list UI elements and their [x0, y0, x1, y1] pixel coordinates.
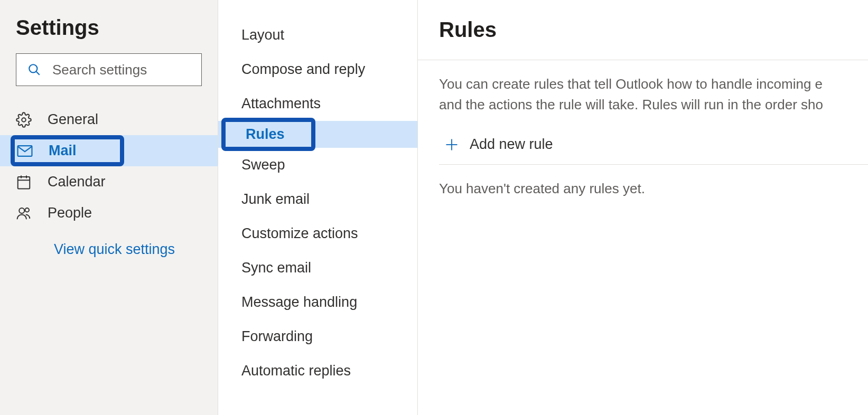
rules-title: Rules: [439, 18, 868, 42]
gear-icon: [16, 112, 35, 128]
rules-desc-line1: You can create rules that tell Outlook h…: [439, 76, 823, 92]
settings-title: Settings: [16, 16, 202, 40]
submenu-forwarding[interactable]: Forwarding: [218, 319, 417, 354]
nav-item-mail[interactable]: Mail: [0, 135, 218, 166]
search-icon: [27, 63, 41, 77]
add-new-rule-label: Add new rule: [470, 136, 553, 153]
settings-nav-list: General Mail: [0, 104, 218, 229]
submenu-junk[interactable]: Junk email: [218, 182, 417, 216]
people-icon: [16, 205, 35, 221]
svg-point-2: [22, 118, 26, 122]
divider: [418, 60, 868, 60]
search-input[interactable]: [16, 53, 202, 86]
rules-description: You can create rules that tell Outlook h…: [439, 74, 868, 115]
mail-settings-submenu: Layout Compose and reply Attachments Rul…: [218, 0, 418, 415]
nav-label-mail: Mail: [49, 143, 77, 159]
submenu-layout[interactable]: Layout: [218, 18, 417, 52]
calendar-icon: [16, 174, 35, 190]
submenu-customize[interactable]: Customize actions: [218, 216, 417, 251]
rules-desc-line2: and the actions the rule will take. Rule…: [439, 97, 823, 112]
mail-icon: [17, 145, 36, 157]
highlight-box-mail: Mail: [11, 135, 124, 166]
submenu-auto-replies[interactable]: Automatic replies: [218, 354, 417, 388]
add-new-rule-button[interactable]: Add new rule: [439, 131, 868, 164]
submenu-rules-label: Rules: [246, 126, 285, 142]
empty-rules-message: You haven't created any rules yet.: [439, 181, 868, 197]
submenu-compose[interactable]: Compose and reply: [218, 52, 417, 87]
submenu-sync[interactable]: Sync email: [218, 251, 417, 285]
submenu-sweep[interactable]: Sweep: [218, 148, 417, 182]
submenu-list: Layout Compose and reply Attachments Rul…: [218, 18, 417, 388]
nav-item-general[interactable]: General: [0, 104, 218, 135]
svg-line-1: [36, 72, 40, 75]
settings-sidebar: Settings General: [0, 0, 218, 415]
svg-point-15: [25, 208, 30, 212]
highlight-box-rules: Rules: [221, 118, 315, 151]
rules-panel: Rules You can create rules that tell Out…: [418, 0, 868, 415]
thin-divider: [439, 164, 868, 165]
svg-point-14: [19, 208, 24, 213]
submenu-message-handling[interactable]: Message handling: [218, 285, 417, 319]
submenu-attachments[interactable]: Attachments: [218, 87, 417, 121]
svg-rect-4: [18, 177, 30, 189]
search-wrapper: [16, 53, 202, 86]
plus-icon: [444, 137, 459, 152]
submenu-rules[interactable]: Rules: [218, 121, 417, 148]
view-quick-settings-link[interactable]: View quick settings: [16, 229, 202, 258]
svg-point-0: [29, 64, 37, 72]
nav-item-calendar[interactable]: Calendar: [0, 166, 218, 197]
nav-item-people[interactable]: People: [0, 197, 218, 229]
nav-label-general: General: [48, 111, 98, 128]
nav-label-people: People: [48, 205, 92, 221]
nav-label-calendar: Calendar: [48, 174, 106, 190]
